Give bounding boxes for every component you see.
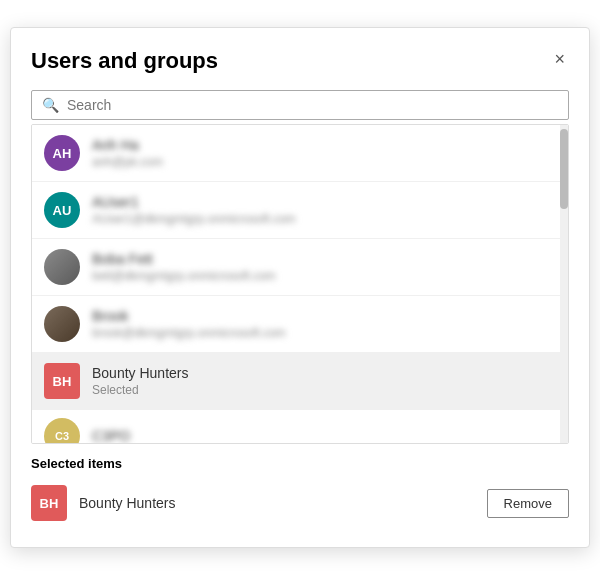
list-item-bounty-hunters[interactable]: BH Bounty Hunters Selected [32,353,568,410]
item-info: Boba Fett bett@dkmgmtgrp.onmicrosoft.com [92,251,276,283]
avatar: AH [44,135,80,171]
item-name: Boba Fett [92,251,276,267]
item-name: AUser1 [92,194,296,210]
users-and-groups-dialog: Users and groups × 🔍 AH Anh Ha anh@pk.co… [10,27,590,548]
selected-section: Selected items BH Bounty Hunters Remove [31,456,569,527]
avatar [44,306,80,342]
remove-button[interactable]: Remove [487,489,569,518]
selected-items-label: Selected items [31,456,569,471]
avatar: C3 [44,418,80,444]
item-name: C3PO [92,428,130,444]
search-icon: 🔍 [42,97,59,113]
dialog-header: Users and groups × [31,48,569,74]
selected-item-row: BH Bounty Hunters Remove [31,479,569,527]
item-name: Brook [92,308,286,324]
avatar: AU [44,192,80,228]
item-info: Anh Ha anh@pk.com [92,137,163,169]
selected-item-name: Bounty Hunters [79,495,176,511]
avatar: BH [44,363,80,399]
item-info: Brook brook@dkmgmtgrp.onmicrosoft.com [92,308,286,340]
list-item[interactable]: AU AUser1 AUser1@dkmgmtgrp.onmicrosoft.c… [32,182,568,239]
close-button[interactable]: × [550,48,569,70]
avatar [44,249,80,285]
user-list-container: AH Anh Ha anh@pk.com AU AUser1 AUser1@dk… [31,124,569,444]
item-email: bett@dkmgmtgrp.onmicrosoft.com [92,269,276,283]
list-item[interactable]: C3 C3PO [32,410,568,444]
list-item[interactable]: AH Anh Ha anh@pk.com [32,125,568,182]
item-name: Anh Ha [92,137,163,153]
search-box: 🔍 [31,90,569,120]
search-input[interactable] [67,97,558,113]
item-selected-label: Selected [92,383,189,397]
item-email: AUser1@dkmgmtgrp.onmicrosoft.com [92,212,296,226]
item-email: anh@pk.com [92,155,163,169]
list-item[interactable]: Boba Fett bett@dkmgmtgrp.onmicrosoft.com [32,239,568,296]
scrollbar-thumb[interactable] [560,129,568,209]
scrollbar-track [560,125,568,443]
dialog-title: Users and groups [31,48,218,74]
item-info: Bounty Hunters Selected [92,365,189,397]
list-item[interactable]: Brook brook@dkmgmtgrp.onmicrosoft.com [32,296,568,353]
item-info: C3PO [92,428,130,444]
user-list: AH Anh Ha anh@pk.com AU AUser1 AUser1@dk… [32,125,568,444]
item-name: Bounty Hunters [92,365,189,381]
avatar: BH [31,485,67,521]
item-email: brook@dkmgmtgrp.onmicrosoft.com [92,326,286,340]
item-info: AUser1 AUser1@dkmgmtgrp.onmicrosoft.com [92,194,296,226]
